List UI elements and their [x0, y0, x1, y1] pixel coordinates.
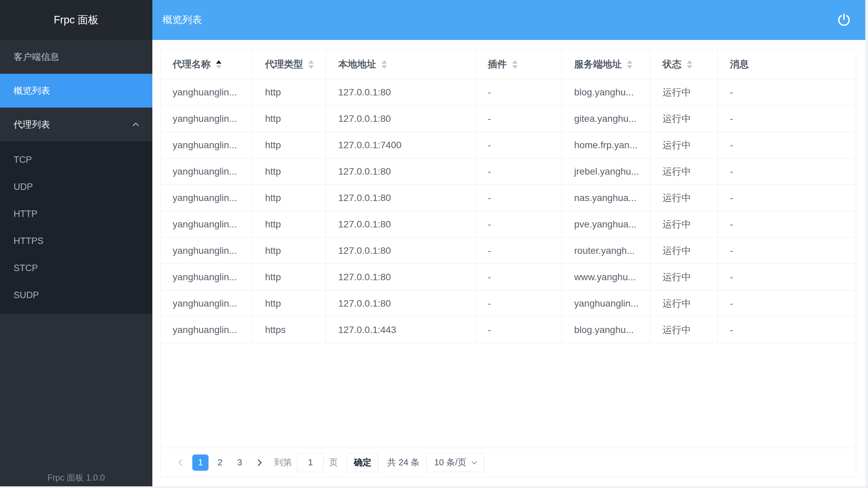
table-cell: 运行中 — [650, 132, 718, 158]
table-cell: 运行中 — [650, 317, 718, 343]
chevron-down-icon — [471, 459, 478, 466]
sidebar: Frpc 面板 客户端信息 概览列表 代理列表 TCP UDP HTTP HTT… — [0, 0, 152, 488]
chevron-right-icon — [255, 458, 264, 467]
chevron-left-icon — [176, 458, 185, 467]
sort-carets-icon[interactable] — [512, 60, 518, 69]
table-cell: http — [253, 132, 326, 158]
column-header[interactable]: 本地地址 — [326, 50, 476, 79]
page-number-button[interactable]: 3 — [232, 454, 248, 471]
table-cell: blog.yanghu... — [562, 79, 650, 105]
table-cell: 127.0.0.1:80 — [326, 211, 476, 237]
vertical-scrollbar[interactable] — [865, 0, 868, 488]
column-header[interactable]: 服务端地址 — [562, 50, 650, 79]
table-row[interactable]: yanghuanglin...http127.0.0.1:7400-home.f… — [160, 132, 856, 158]
column-header-label: 代理类型 — [265, 58, 303, 71]
sort-carets-icon[interactable] — [382, 60, 387, 69]
sidebar-subitem-http[interactable]: HTTP — [0, 200, 152, 227]
table-header-row: 代理名称 代理类型 本地地址 插件 服务端地址 状态 消息 — [160, 50, 856, 79]
table-cell: 127.0.0.1:7400 — [326, 132, 476, 158]
table-row[interactable]: yanghuanglin...http127.0.0.1:80-yanghuan… — [160, 290, 856, 317]
sidebar-subitem-stcp[interactable]: STCP — [0, 254, 152, 282]
main-area: 概览列表 代理名称 代理类型 本地地址 插件 — [152, 0, 868, 488]
table-row[interactable]: yanghuanglin...http127.0.0.1:80-jrebel.y… — [160, 158, 856, 185]
table-cell: 运行中 — [650, 290, 718, 316]
table-cell: - — [476, 238, 562, 264]
table-cell: 运行中 — [650, 238, 718, 264]
prev-page-button[interactable] — [173, 454, 189, 471]
table-cell: - — [718, 79, 856, 105]
table-cell: yanghuanglin... — [160, 185, 253, 211]
table-row[interactable]: yanghuanglin...http127.0.0.1:80-gitea.ya… — [160, 106, 856, 132]
table-row[interactable]: yanghuanglin...https127.0.0.1:443-blog.y… — [160, 317, 856, 343]
column-header[interactable]: 状态 — [650, 50, 718, 79]
sidebar-item-overview[interactable]: 概览列表 — [0, 74, 152, 108]
column-header[interactable]: 插件 — [476, 50, 562, 79]
sort-carets-icon[interactable] — [627, 60, 632, 69]
column-header[interactable]: 消息 — [718, 50, 856, 79]
sidebar-subitem-tcp[interactable]: TCP — [0, 146, 152, 173]
table-row[interactable]: yanghuanglin...http127.0.0.1:80-pve.yang… — [160, 211, 856, 238]
confirm-button[interactable]: 确定 — [347, 453, 378, 472]
page-title: 概览列表 — [162, 13, 202, 27]
next-page-button[interactable] — [251, 454, 267, 471]
table-cell: - — [718, 132, 856, 158]
menu-item-label: 客户端信息 — [14, 40, 59, 74]
column-header-label: 本地地址 — [338, 58, 376, 71]
power-button[interactable] — [836, 12, 852, 28]
total-count: 共 24 条 — [387, 457, 419, 468]
column-header-label: 代理名称 — [173, 58, 211, 71]
table-cell: http — [253, 264, 326, 290]
sidebar-subitem-udp[interactable]: UDP — [0, 173, 152, 200]
table-cell: - — [718, 158, 856, 184]
table-cell: yanghuanglin... — [160, 132, 253, 158]
horizontal-scrollbar[interactable] — [0, 486, 868, 488]
sort-carets-icon[interactable] — [308, 60, 314, 69]
table-cell: yanghuanglin... — [160, 264, 253, 290]
table-empty-space — [160, 343, 856, 448]
menu-item-label: 概览列表 — [14, 74, 50, 108]
pagination: 123 到第 页 确定 共 24 条 10 条/页 — [160, 448, 856, 477]
table-cell: http — [253, 106, 326, 132]
sidebar-subitem-sudp[interactable]: SUDP — [0, 282, 152, 309]
table-row[interactable]: yanghuanglin...http127.0.0.1:80-nas.yang… — [160, 185, 856, 211]
sidebar-menu: 客户端信息 概览列表 代理列表 TCP UDP HTTP HTTPS STCP … — [0, 40, 152, 314]
column-header[interactable]: 代理名称 — [160, 50, 253, 79]
column-header-label: 消息 — [730, 58, 749, 71]
table-row[interactable]: yanghuanglin...http127.0.0.1:80-www.yang… — [160, 264, 856, 290]
table-cell: 运行中 — [650, 264, 718, 290]
column-header-label: 插件 — [488, 58, 507, 71]
sidebar-item-proxy-list[interactable]: 代理列表 — [0, 108, 152, 141]
page-number-button[interactable]: 1 — [192, 454, 209, 471]
table-cell: 运行中 — [650, 158, 718, 184]
table-cell: - — [476, 317, 562, 343]
table-cell: gitea.yanghu... — [562, 106, 650, 132]
page-size-select[interactable]: 10 条/页 — [426, 453, 484, 472]
table-cell: http — [253, 185, 326, 211]
table-cell: - — [476, 264, 562, 290]
column-header[interactable]: 代理类型 — [253, 50, 326, 79]
table-cell: - — [476, 106, 562, 132]
table-cell: home.frp.yan... — [562, 132, 650, 158]
table-cell: yanghuanglin... — [160, 290, 253, 316]
sidebar-subitem-https[interactable]: HTTPS — [0, 227, 152, 254]
table-cell: 127.0.0.1:80 — [326, 264, 476, 290]
table-cell: 127.0.0.1:80 — [326, 158, 476, 184]
table-row[interactable]: yanghuanglin...http127.0.0.1:80-router.y… — [160, 238, 856, 264]
table-cell: - — [476, 211, 562, 237]
sort-carets-icon[interactable] — [687, 60, 692, 69]
table-cell: - — [718, 106, 856, 132]
app-title: Frpc 面板 — [0, 0, 152, 40]
table-cell: - — [718, 317, 856, 343]
page-number-button[interactable]: 2 — [212, 454, 228, 471]
submenu-item-label: UDP — [14, 182, 33, 192]
goto-label: 到第 — [274, 457, 292, 468]
table-cell: jrebel.yanghu... — [562, 158, 650, 184]
table-row[interactable]: yanghuanglin...http127.0.0.1:80-blog.yan… — [160, 79, 856, 106]
page-number-list: 123 — [192, 454, 251, 471]
sort-carets-icon[interactable] — [216, 60, 221, 69]
sidebar-item-client-info[interactable]: 客户端信息 — [0, 40, 152, 74]
table-cell: 127.0.0.1:80 — [326, 185, 476, 211]
page-input[interactable] — [297, 453, 324, 472]
proxy-type-submenu: TCP UDP HTTP HTTPS STCP SUDP — [0, 141, 152, 314]
table-cell: yanghuanglin... — [160, 317, 253, 343]
